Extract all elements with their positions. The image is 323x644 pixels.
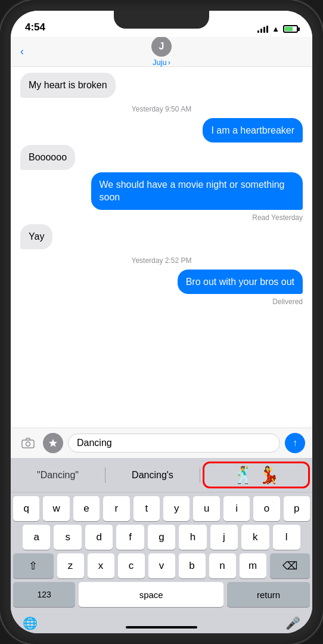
space-key[interactable]: space: [79, 582, 223, 607]
message-row-2: I am a heartbreaker: [20, 118, 303, 143]
keyboard-row-2: a s d f g h j k l: [11, 521, 312, 550]
key-n[interactable]: n: [209, 553, 236, 578]
key-c[interactable]: c: [118, 553, 145, 578]
wifi-icon: ▲: [272, 24, 279, 33]
key-b[interactable]: b: [179, 553, 206, 578]
globe-icon[interactable]: 🌐: [23, 616, 38, 630]
input-bar: Dancing ↑: [11, 428, 312, 458]
contact-name-link[interactable]: Juju ›: [153, 58, 170, 67]
shift-key[interactable]: ⇧: [13, 553, 54, 578]
contact-name: Juju: [153, 58, 167, 67]
svg-rect-0: [22, 440, 34, 448]
nav-header: ‹ J Juju ›: [11, 37, 312, 67]
notch: [114, 11, 209, 29]
key-t[interactable]: t: [133, 496, 160, 521]
emoji-suggestion-1[interactable]: 🕺: [233, 465, 254, 485]
phone-frame: 4:54 ▲ ‹ J Juju ›: [0, 0, 323, 644]
key-a[interactable]: a: [23, 525, 50, 550]
timestamp-1: Yesterday 9:50 AM: [20, 105, 303, 113]
key-v[interactable]: v: [148, 553, 175, 578]
message-row-6: Bro out with your bros out: [20, 270, 303, 295]
keyboard: q w e r t y u i o p a s d f g h j k: [11, 493, 312, 613]
key-d[interactable]: d: [85, 525, 113, 550]
key-g[interactable]: g: [148, 525, 175, 550]
key-k[interactable]: k: [241, 525, 269, 550]
key-e[interactable]: e: [73, 496, 100, 521]
contact-info[interactable]: J Juju ›: [151, 36, 172, 67]
battery-icon: [283, 25, 298, 33]
status-icons: ▲: [257, 24, 298, 33]
key-j[interactable]: j: [210, 525, 238, 550]
svg-point-1: [26, 442, 30, 446]
key-y[interactable]: y: [163, 496, 190, 521]
phone-screen: 4:54 ▲ ‹ J Juju ›: [11, 11, 312, 633]
key-z[interactable]: z: [57, 553, 84, 578]
bubble-incoming-3: Boooooo: [20, 145, 75, 170]
key-h[interactable]: h: [179, 525, 206, 550]
read-status: Read Yesterday: [20, 213, 303, 222]
send-button[interactable]: ↑: [285, 433, 305, 453]
key-x[interactable]: x: [88, 553, 114, 578]
keyboard-row-4: 123 space return: [11, 578, 312, 613]
keyboard-row-3: ⇧ z x c v b n m ⌫: [11, 550, 312, 578]
send-icon: ↑: [293, 438, 297, 448]
emoji-suggestion-2[interactable]: 💃: [259, 465, 279, 485]
key-q[interactable]: q: [13, 496, 39, 521]
keyboard-row-1: q w e r t y u i o p: [11, 493, 312, 521]
key-m[interactable]: m: [240, 553, 266, 578]
delete-key[interactable]: ⌫: [270, 553, 310, 578]
key-u[interactable]: u: [193, 496, 219, 521]
bubble-incoming-1: My heart is broken: [20, 73, 116, 98]
key-i[interactable]: i: [223, 496, 250, 521]
key-l[interactable]: l: [273, 525, 300, 550]
numbers-key[interactable]: 123: [13, 582, 75, 607]
bubble-outgoing-6: Bro out with your bros out: [178, 270, 303, 295]
message-row-4: We should have a movie night or somethin…: [20, 172, 303, 210]
autocomplete-bar: "Dancing" Dancing's 🕺 💃: [11, 458, 312, 493]
autocomplete-item-1[interactable]: "Dancing": [11, 467, 105, 483]
input-text-value: Dancing: [77, 438, 112, 448]
emoji-suggestion-container[interactable]: 🕺 💃: [203, 462, 310, 488]
avatar: J: [151, 36, 172, 57]
camera-button[interactable]: [18, 433, 38, 453]
appstore-button[interactable]: [43, 433, 63, 453]
message-row-3: Boooooo: [20, 145, 303, 170]
text-input[interactable]: Dancing: [68, 434, 280, 453]
battery-fill: [285, 27, 293, 31]
message-row-1: My heart is broken: [20, 73, 303, 98]
return-key[interactable]: return: [227, 582, 310, 607]
signal-bars-icon: [257, 26, 268, 33]
key-o[interactable]: o: [253, 496, 279, 521]
bubble-incoming-5: Yay: [20, 224, 52, 249]
key-w[interactable]: w: [43, 496, 69, 521]
timestamp-2: Yesterday 2:52 PM: [20, 256, 303, 265]
back-button[interactable]: ‹: [20, 45, 24, 58]
delivered-status: Delivered: [20, 298, 303, 306]
messages-area: My heart is broken Yesterday 9:50 AM I a…: [11, 67, 312, 428]
contact-chevron-icon: ›: [168, 58, 170, 67]
bubble-outgoing-4: We should have a movie night or somethin…: [91, 172, 303, 210]
key-s[interactable]: s: [54, 525, 81, 550]
bubble-outgoing-2: I am a heartbreaker: [203, 118, 303, 143]
bottom-bar: 🌐 🎤: [11, 613, 312, 633]
status-time: 4:54: [25, 21, 45, 33]
home-indicator: [126, 626, 197, 628]
mic-icon[interactable]: 🎤: [285, 616, 300, 630]
key-p[interactable]: p: [284, 496, 310, 521]
autocomplete-item-2[interactable]: Dancing's: [105, 467, 200, 483]
key-f[interactable]: f: [116, 525, 144, 550]
key-r[interactable]: r: [103, 496, 129, 521]
message-row-5: Yay: [20, 224, 303, 249]
